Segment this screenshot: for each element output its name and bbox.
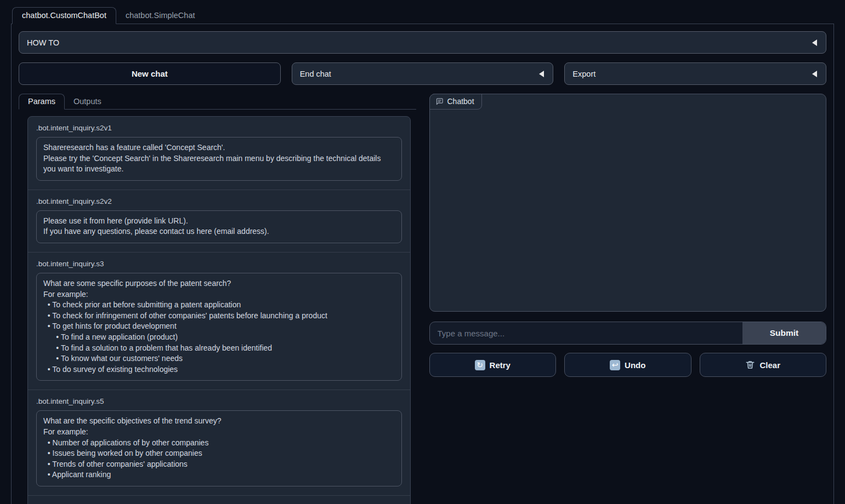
collapse-arrow-icon bbox=[812, 39, 817, 46]
howto-accordion[interactable]: HOW TO bbox=[19, 31, 826, 54]
param-label: .bot.intent_inquiry.s3 bbox=[36, 260, 402, 268]
param-label: .bot.intent_inquiry.s5 bbox=[36, 397, 402, 405]
tab-params[interactable]: Params bbox=[19, 94, 65, 110]
new-chat-button[interactable]: New chat bbox=[19, 62, 281, 85]
tab-simple-chat[interactable]: chatbot.SimpleChat bbox=[116, 8, 205, 24]
param-block-s9: .bot.intent_inquiry.s9 bbox=[28, 495, 410, 504]
param-textarea[interactable]: Shareresearch has a feature called 'Conc… bbox=[36, 137, 402, 181]
param-label: .bot.intent_inquiry.s2v2 bbox=[36, 197, 402, 205]
undo-button[interactable]: ↩ Undo bbox=[564, 353, 691, 377]
collapse-arrow-icon bbox=[539, 71, 544, 77]
param-label: .bot.intent_inquiry.s2v1 bbox=[36, 124, 402, 132]
message-input[interactable] bbox=[430, 322, 743, 344]
undo-label: Undo bbox=[625, 360, 645, 370]
submit-button[interactable]: Submit bbox=[742, 322, 826, 344]
howto-label: HOW TO bbox=[27, 38, 59, 47]
params-tabbar: Params Outputs bbox=[19, 94, 416, 110]
main-area: Params Outputs .bot.intent_inquiry.s2v1 … bbox=[19, 94, 826, 504]
chat-actions-row: ↻ Retry ↩ Undo bbox=[429, 353, 827, 377]
params-tab-content: .bot.intent_inquiry.s2v1 Shareresearch h… bbox=[19, 110, 416, 504]
clear-button[interactable]: Clear bbox=[700, 353, 827, 377]
param-block-s3: .bot.intent_inquiry.s3 What are some spe… bbox=[28, 252, 410, 390]
tab-content: HOW TO New chat End chat Export Params O… bbox=[11, 24, 834, 504]
export-accordion[interactable]: Export bbox=[564, 62, 826, 85]
param-textarea[interactable]: What are some specific purposes of the p… bbox=[36, 273, 402, 381]
tab-outputs[interactable]: Outputs bbox=[65, 94, 110, 109]
retry-label: Retry bbox=[490, 360, 511, 370]
retry-button[interactable]: ↻ Retry bbox=[429, 353, 557, 377]
export-label: Export bbox=[572, 70, 596, 78]
param-textarea[interactable]: What are the specific objectives of the … bbox=[36, 410, 402, 486]
retry-icon: ↻ bbox=[475, 360, 485, 370]
param-block-s5: .bot.intent_inquiry.s5 What are the spec… bbox=[28, 390, 410, 495]
action-row: New chat End chat Export bbox=[19, 62, 826, 85]
end-chat-accordion[interactable]: End chat bbox=[292, 62, 554, 85]
trash-icon bbox=[745, 360, 755, 370]
param-block-s2v2: .bot.intent_inquiry.s2v2 Please use it f… bbox=[28, 190, 410, 252]
chat-bubble-icon bbox=[435, 98, 444, 106]
params-column: Params Outputs .bot.intent_inquiry.s2v1 … bbox=[19, 94, 416, 504]
chatbot-label: Chatbot bbox=[429, 94, 482, 110]
message-input-row: Submit bbox=[429, 322, 827, 345]
chatbot-label-text: Chatbot bbox=[447, 97, 474, 106]
collapse-arrow-icon bbox=[812, 71, 817, 77]
app-window: chatbot.CustomChatBot chatbot.SimpleChat… bbox=[0, 8, 845, 504]
param-block-s2v1: .bot.intent_inquiry.s2v1 Shareresearch h… bbox=[28, 117, 410, 190]
clear-label: Clear bbox=[759, 360, 780, 370]
param-textarea[interactable]: Please use it from here (provide link UR… bbox=[36, 210, 402, 243]
end-chat-label: End chat bbox=[300, 70, 331, 78]
chatbot-panel: Chatbot bbox=[429, 94, 827, 312]
chat-column: Chatbot Submit ↻ Retry ↩ Undo bbox=[429, 94, 827, 377]
params-form: .bot.intent_inquiry.s2v1 Shareresearch h… bbox=[27, 116, 411, 504]
app-tabbar: chatbot.CustomChatBot chatbot.SimpleChat bbox=[11, 8, 834, 24]
tab-custom-chatbot[interactable]: chatbot.CustomChatBot bbox=[12, 7, 116, 24]
undo-icon: ↩ bbox=[610, 360, 620, 370]
